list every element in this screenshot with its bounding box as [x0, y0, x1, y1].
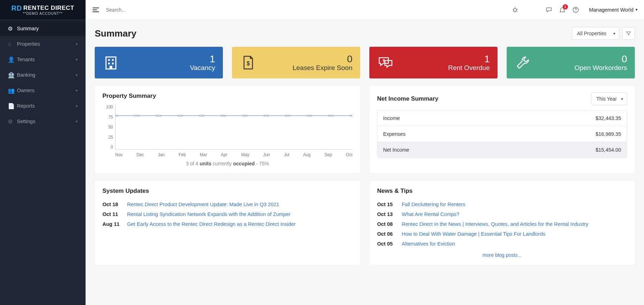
list-item-link[interactable]: Rentec Direct Product Development Update…	[127, 202, 279, 207]
svg-point-21	[328, 115, 334, 116]
svg-rect-7	[112, 63, 114, 64]
page-title: Summary	[95, 28, 572, 39]
sidebar-item-banking[interactable]: 🏦 Banking ▾	[0, 67, 86, 83]
card-leases-expire[interactable]: $ 0Leases Expire Soon	[232, 47, 360, 78]
sidebar-item-label: Properties	[17, 41, 76, 47]
bell-icon[interactable]: 1	[559, 6, 566, 13]
panel-title: News & Tips	[377, 188, 627, 195]
chevron-down-icon: ▾	[76, 57, 78, 62]
nav: ⚙ Summary ⌂ Properties ▾ 👤 Tenants ▾ 🏦 B…	[0, 19, 86, 129]
chevron-down-icon: ▾	[76, 88, 78, 93]
chevron-down-icon: ▾	[621, 97, 623, 101]
chevron-down-icon: ▾	[76, 104, 78, 108]
building-icon	[102, 54, 119, 71]
panel-title: Property Summary	[102, 93, 352, 100]
hamburger-icon	[92, 6, 100, 14]
card-rent-overdue[interactable]: $ 1Rent Overdue	[369, 47, 498, 78]
card-label: Rent Overdue	[400, 64, 490, 72]
list-item-link[interactable]: Get Early Access to the Rentec Direct Re…	[127, 221, 296, 227]
list-item: Aug 11Get Early Access to the Rentec Dir…	[102, 219, 352, 229]
sidebar-item-owners[interactable]: 👥 Owners ▾	[0, 83, 86, 98]
table-row: Income$32,443.35	[377, 110, 627, 126]
card-value: 1	[125, 53, 215, 65]
notification-badge: 1	[563, 4, 568, 9]
sidebar-item-label: Tenants	[17, 57, 76, 62]
net-income-range[interactable]: This Year ▾	[591, 93, 627, 105]
list-item-date: Aug 11	[102, 221, 121, 227]
document-dollar-icon: $	[240, 54, 257, 71]
filter-button[interactable]	[622, 27, 635, 40]
logo-sub: **DEMO ACCOUNT**	[23, 12, 63, 15]
search-input[interactable]	[106, 7, 505, 13]
chevron-down-icon: ▾	[76, 73, 78, 77]
list-item-date: Oct 13	[377, 211, 396, 217]
account-menu[interactable]: Management World ▾	[586, 7, 638, 13]
list-item-date: Oct 08	[377, 221, 396, 227]
chevron-down-icon: ▾	[613, 31, 615, 36]
chevron-down-icon: ▾	[636, 7, 638, 12]
list-item: Oct 15Fall Decluttering for Renters	[377, 199, 627, 209]
list-item-date: Oct 15	[377, 202, 396, 207]
main: 1 Management World ▾ Summary All Propert…	[86, 0, 644, 305]
help-icon[interactable]	[572, 6, 579, 13]
list-item-link[interactable]: Rental Listing Syndication Network Expan…	[127, 211, 290, 217]
property-filter[interactable]: All Properties ▾	[572, 27, 619, 40]
occupancy-chart: 1007550250 NovDecJanFebMarAprMayJunJulAu…	[102, 104, 352, 157]
card-value: 0	[262, 53, 352, 65]
filter-icon	[626, 31, 631, 36]
svg-point-11	[115, 115, 118, 116]
svg-point-16	[220, 115, 226, 116]
logo-brand: RENTEC DIRECT	[23, 5, 74, 12]
table-row: Expenses$16,989.35	[377, 126, 627, 142]
list-item-date: Oct 18	[102, 202, 121, 207]
svg-text:$: $	[247, 61, 250, 66]
sidebar-item-properties[interactable]: ⌂ Properties ▾	[0, 36, 86, 52]
svg-point-19	[285, 115, 290, 116]
list-item: Oct 18Rentec Direct Product Development …	[102, 199, 352, 209]
panel-title: System Updates	[102, 188, 352, 195]
logo-mark: RD	[11, 4, 22, 12]
property-filter-label: All Properties	[577, 31, 606, 36]
logo: RD RENTEC DIRECT **DEMO ACCOUNT**	[0, 0, 86, 19]
chat-dollar-icon: $	[377, 54, 394, 71]
net-income-panel: Net Income Summary This Year ▾ Income$32…	[369, 85, 635, 173]
list-item-link[interactable]: Fall Decluttering for Renters	[402, 202, 465, 207]
svg-point-12	[134, 115, 140, 116]
menu-toggle[interactable]	[92, 6, 100, 14]
svg-point-22	[350, 115, 352, 116]
card-value: 0	[537, 53, 627, 65]
svg-point-20	[307, 115, 312, 116]
property-summary-panel: Property Summary 1007550250 NovDecJanFeb…	[95, 85, 360, 173]
list-item-link[interactable]: Rentec Direct In the News | Interviews, …	[402, 221, 588, 227]
svg-point-2	[575, 11, 576, 11]
list-item-date: Oct 05	[377, 241, 396, 247]
list-item: Oct 05Alternatives for Eviction	[377, 239, 627, 249]
list-item-link[interactable]: Alternatives for Eviction	[402, 241, 455, 247]
bug-icon[interactable]	[512, 6, 519, 13]
sidebar-item-label: Settings	[17, 119, 76, 124]
sidebar-item-tenants[interactable]: 👤 Tenants ▾	[0, 52, 86, 67]
sidebar-item-label: Summary	[17, 26, 78, 31]
list-item-link[interactable]: How to Deal With Water Damage | Essentia…	[402, 231, 545, 237]
sidebar-item-reports[interactable]: 📄 Reports ▾	[0, 98, 86, 114]
svg-point-13	[156, 115, 161, 116]
sidebar-item-summary[interactable]: ⚙ Summary	[0, 21, 86, 36]
occupancy-text: 3 of 4 units currently occupied - 75%	[102, 161, 352, 166]
chat-icon[interactable]	[545, 6, 552, 13]
sidebar-item-settings[interactable]: ⚙ Settings ▾	[0, 114, 86, 129]
sidebar-item-label: Banking	[17, 72, 76, 78]
list-item-link[interactable]: What Are Rental Comps?	[402, 211, 459, 217]
more-blog-posts-link[interactable]: more blog posts...	[377, 252, 627, 258]
svg-rect-4	[108, 59, 110, 61]
svg-point-17	[242, 115, 248, 116]
topbar: 1 Management World ▾	[86, 0, 644, 19]
card-vacancy[interactable]: 1Vacancy	[95, 47, 223, 78]
list-item: Oct 08Rentec Direct In the News | Interv…	[377, 219, 627, 229]
sidebar-item-label: Reports	[17, 103, 76, 109]
sliders-icon: ⚙	[8, 25, 17, 32]
card-label: Leases Expire Soon	[262, 64, 352, 72]
range-label: This Year	[596, 96, 617, 102]
card-workorders[interactable]: 0Open Workorders	[507, 47, 635, 78]
card-label: Vacancy	[125, 64, 215, 72]
wrench-icon	[514, 54, 531, 71]
